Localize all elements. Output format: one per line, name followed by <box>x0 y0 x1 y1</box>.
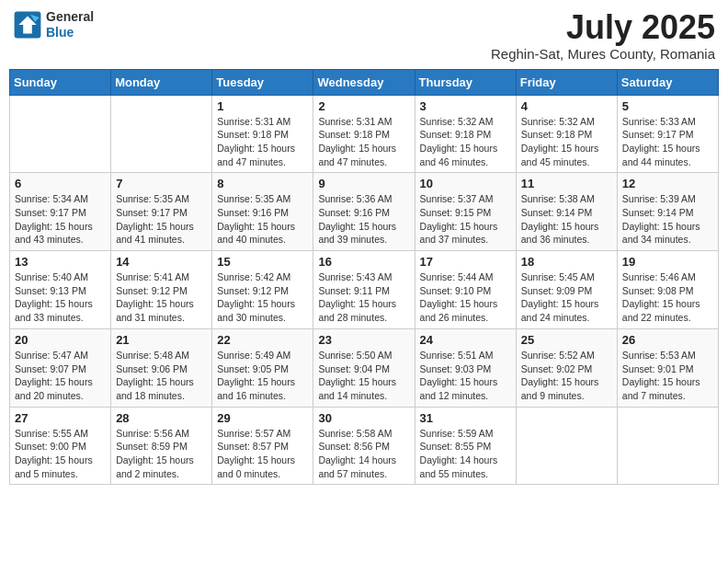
calendar-week-2: 6Sunrise: 5:34 AMSunset: 9:17 PMDaylight… <box>10 173 719 251</box>
day-number: 15 <box>217 255 308 269</box>
calendar-cell: 11Sunrise: 5:38 AMSunset: 9:14 PMDayligh… <box>516 173 617 251</box>
day-info: Sunrise: 5:35 AMSunset: 9:17 PMDaylight:… <box>116 192 207 247</box>
day-info: Sunrise: 5:42 AMSunset: 9:12 PMDaylight:… <box>217 270 308 325</box>
day-info: Sunrise: 5:57 AMSunset: 8:57 PMDaylight:… <box>217 427 308 481</box>
calendar-cell: 18Sunrise: 5:45 AMSunset: 9:09 PMDayligh… <box>516 251 617 329</box>
day-number: 9 <box>318 177 409 190</box>
day-info: Sunrise: 5:45 AMSunset: 9:09 PMDaylight:… <box>521 270 612 325</box>
weekday-header-wednesday: Wednesday <box>313 69 415 95</box>
calendar-cell: 9Sunrise: 5:36 AMSunset: 9:16 PMDaylight… <box>313 173 415 251</box>
calendar-week-3: 13Sunrise: 5:40 AMSunset: 9:13 PMDayligh… <box>10 251 719 329</box>
calendar-week-1: 1Sunrise: 5:31 AMSunset: 9:18 PMDaylight… <box>10 95 719 173</box>
month-title: July 2025 <box>491 9 715 46</box>
calendar-cell: 24Sunrise: 5:51 AMSunset: 9:03 PMDayligh… <box>415 328 516 407</box>
day-number: 10 <box>420 177 511 190</box>
day-info: Sunrise: 5:31 AMSunset: 9:18 PMDaylight:… <box>217 115 308 169</box>
day-info: Sunrise: 5:46 AMSunset: 9:08 PMDaylight:… <box>622 270 713 325</box>
day-number: 20 <box>15 333 106 347</box>
day-info: Sunrise: 5:52 AMSunset: 9:02 PMDaylight:… <box>521 349 612 403</box>
weekday-header-row: SundayMondayTuesdayWednesdayThursdayFrid… <box>10 69 719 95</box>
calendar-cell: 5Sunrise: 5:33 AMSunset: 9:17 PMDaylight… <box>617 95 718 173</box>
logo-icon <box>13 10 42 40</box>
weekday-header-friday: Friday <box>516 69 617 95</box>
day-info: Sunrise: 5:36 AMSunset: 9:16 PMDaylight:… <box>318 192 409 247</box>
calendar-cell: 28Sunrise: 5:56 AMSunset: 8:59 PMDayligh… <box>111 407 212 485</box>
calendar-cell: 30Sunrise: 5:58 AMSunset: 8:56 PMDayligh… <box>313 407 415 485</box>
calendar-cell: 10Sunrise: 5:37 AMSunset: 9:15 PMDayligh… <box>415 173 516 251</box>
day-info: Sunrise: 5:37 AMSunset: 9:15 PMDaylight:… <box>420 192 511 247</box>
day-number: 26 <box>622 333 713 347</box>
day-info: Sunrise: 5:32 AMSunset: 9:18 PMDaylight:… <box>521 115 612 169</box>
calendar-cell: 7Sunrise: 5:35 AMSunset: 9:17 PMDaylight… <box>111 173 212 251</box>
calendar-cell: 3Sunrise: 5:32 AMSunset: 9:18 PMDaylight… <box>415 95 516 173</box>
day-info: Sunrise: 5:56 AMSunset: 8:59 PMDaylight:… <box>116 427 207 481</box>
page-header: General Blue July 2025 Reghin-Sat, Mures… <box>9 9 719 62</box>
calendar-cell: 23Sunrise: 5:50 AMSunset: 9:04 PMDayligh… <box>313 328 415 407</box>
day-number: 30 <box>318 411 409 425</box>
day-number: 13 <box>15 255 106 269</box>
day-info: Sunrise: 5:58 AMSunset: 8:56 PMDaylight:… <box>318 427 409 481</box>
day-info: Sunrise: 5:59 AMSunset: 8:55 PMDaylight:… <box>420 427 511 481</box>
title-block: July 2025 Reghin-Sat, Mures County, Roma… <box>491 9 715 62</box>
calendar-cell: 15Sunrise: 5:42 AMSunset: 9:12 PMDayligh… <box>212 251 313 329</box>
calendar-cell: 31Sunrise: 5:59 AMSunset: 8:55 PMDayligh… <box>415 407 516 485</box>
day-number: 7 <box>116 177 207 190</box>
calendar-cell: 4Sunrise: 5:32 AMSunset: 9:18 PMDaylight… <box>516 95 617 173</box>
day-info: Sunrise: 5:55 AMSunset: 9:00 PMDaylight:… <box>15 427 106 481</box>
day-number: 28 <box>116 411 207 425</box>
calendar-cell: 19Sunrise: 5:46 AMSunset: 9:08 PMDayligh… <box>617 251 718 329</box>
day-number: 29 <box>217 411 308 425</box>
calendar-cell: 22Sunrise: 5:49 AMSunset: 9:05 PMDayligh… <box>212 328 313 407</box>
day-number: 2 <box>318 99 409 113</box>
day-info: Sunrise: 5:40 AMSunset: 9:13 PMDaylight:… <box>15 270 106 325</box>
calendar-table: SundayMondayTuesdayWednesdayThursdayFrid… <box>9 69 719 486</box>
calendar-week-4: 20Sunrise: 5:47 AMSunset: 9:07 PMDayligh… <box>10 328 719 407</box>
weekday-header-saturday: Saturday <box>617 69 718 95</box>
day-number: 23 <box>318 333 409 347</box>
day-info: Sunrise: 5:35 AMSunset: 9:16 PMDaylight:… <box>217 192 308 247</box>
day-number: 19 <box>622 255 713 269</box>
calendar-cell: 12Sunrise: 5:39 AMSunset: 9:14 PMDayligh… <box>617 173 718 251</box>
calendar-cell: 13Sunrise: 5:40 AMSunset: 9:13 PMDayligh… <box>10 251 111 329</box>
calendar-cell: 21Sunrise: 5:48 AMSunset: 9:06 PMDayligh… <box>111 328 212 407</box>
day-number: 3 <box>420 99 511 113</box>
day-number: 22 <box>217 333 308 347</box>
logo: General Blue <box>13 9 94 40</box>
calendar-cell: 6Sunrise: 5:34 AMSunset: 9:17 PMDaylight… <box>10 173 111 251</box>
calendar-cell: 20Sunrise: 5:47 AMSunset: 9:07 PMDayligh… <box>10 328 111 407</box>
day-info: Sunrise: 5:53 AMSunset: 9:01 PMDaylight:… <box>622 349 713 403</box>
day-number: 5 <box>622 99 713 113</box>
day-number: 17 <box>420 255 511 269</box>
calendar-cell: 17Sunrise: 5:44 AMSunset: 9:10 PMDayligh… <box>415 251 516 329</box>
day-number: 24 <box>420 333 511 347</box>
logo-text: General Blue <box>46 9 94 40</box>
day-number: 1 <box>217 99 308 113</box>
day-number: 16 <box>318 255 409 269</box>
day-info: Sunrise: 5:33 AMSunset: 9:17 PMDaylight:… <box>622 115 713 169</box>
day-info: Sunrise: 5:31 AMSunset: 9:18 PMDaylight:… <box>318 115 409 169</box>
weekday-header-sunday: Sunday <box>10 69 111 95</box>
calendar-cell <box>111 95 212 173</box>
calendar-cell: 27Sunrise: 5:55 AMSunset: 9:00 PMDayligh… <box>10 407 111 485</box>
weekday-header-thursday: Thursday <box>415 69 516 95</box>
day-info: Sunrise: 5:38 AMSunset: 9:14 PMDaylight:… <box>521 192 612 247</box>
day-number: 4 <box>521 99 612 113</box>
day-number: 25 <box>521 333 612 347</box>
weekday-header-monday: Monday <box>111 69 212 95</box>
day-info: Sunrise: 5:44 AMSunset: 9:10 PMDaylight:… <box>420 270 511 325</box>
calendar-cell: 29Sunrise: 5:57 AMSunset: 8:57 PMDayligh… <box>212 407 313 485</box>
day-info: Sunrise: 5:43 AMSunset: 9:11 PMDaylight:… <box>318 270 409 325</box>
day-number: 31 <box>420 411 511 425</box>
calendar-cell: 25Sunrise: 5:52 AMSunset: 9:02 PMDayligh… <box>516 328 617 407</box>
day-number: 18 <box>521 255 612 269</box>
calendar-cell: 8Sunrise: 5:35 AMSunset: 9:16 PMDaylight… <box>212 173 313 251</box>
calendar-cell: 2Sunrise: 5:31 AMSunset: 9:18 PMDaylight… <box>313 95 415 173</box>
day-number: 8 <box>217 177 308 190</box>
day-number: 27 <box>15 411 106 425</box>
day-info: Sunrise: 5:39 AMSunset: 9:14 PMDaylight:… <box>622 192 713 247</box>
calendar-cell <box>617 407 718 485</box>
day-info: Sunrise: 5:34 AMSunset: 9:17 PMDaylight:… <box>15 192 106 247</box>
day-info: Sunrise: 5:41 AMSunset: 9:12 PMDaylight:… <box>116 270 207 325</box>
weekday-header-tuesday: Tuesday <box>212 69 313 95</box>
calendar-cell: 14Sunrise: 5:41 AMSunset: 9:12 PMDayligh… <box>111 251 212 329</box>
